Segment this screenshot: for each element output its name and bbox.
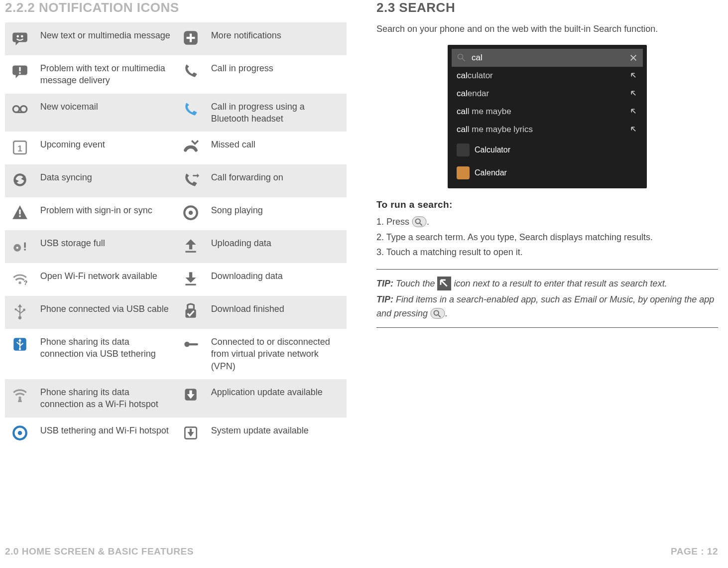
table-row: Open Wi-Fi network availableDownloading … <box>5 263 347 296</box>
open-wifi-icon <box>11 270 28 287</box>
voicemail-icon <box>11 101 28 118</box>
vpn-icon <box>182 336 199 353</box>
clear-icon <box>629 53 638 62</box>
table-row: Problem with sign-in or syncSong playing <box>5 197 347 230</box>
footer-left: 2.0 HOME SCREEN & BASIC FEATURES <box>5 546 194 557</box>
search-app-result-row: Calculator <box>452 139 643 161</box>
icon-label: Data syncing <box>35 164 176 197</box>
section-heading-left: 2.2.2 NOTIFICATION ICONS <box>5 0 347 15</box>
icon-label: Upcoming event <box>35 132 176 164</box>
icon-label: Downloading data <box>206 263 347 296</box>
bluetooth-call-icon <box>182 101 199 118</box>
search-suggestion-row: call me maybe <box>452 103 643 121</box>
upcoming-event-icon <box>11 139 28 155</box>
icon-label: Uploading data <box>206 230 347 263</box>
search-screenshot: cal calculator calendar call me maybe ca… <box>448 45 647 188</box>
subheading: To run a search: <box>376 199 718 210</box>
icon-label: Open Wi-Fi network available <box>35 263 176 296</box>
table-row: USB storage fullUploading data <box>5 230 347 263</box>
tips-block: TIP: Touch the icon next to a result to … <box>376 269 718 328</box>
usb-storage-full-icon <box>11 237 28 254</box>
usb-tethering-icon <box>11 336 28 353</box>
call-forwarding-icon <box>182 171 199 188</box>
svg-rect-67 <box>412 217 426 227</box>
step-3: 3. Touch a matching result to open it. <box>376 245 718 260</box>
data-syncing-icon <box>11 171 28 188</box>
tip-1: TIP: Touch the icon next to a result to … <box>376 277 718 291</box>
search-button-icon <box>412 216 427 228</box>
search-suggestion-row: call me maybe lyrics <box>452 121 643 139</box>
usb-connected-icon <box>11 303 28 320</box>
search-section: 2.3 SEARCH Search on your phone and on t… <box>376 0 718 548</box>
search-app-result-row: Calendar <box>452 161 643 184</box>
system-update-icon <box>182 425 199 441</box>
icon-label: Missed call <box>206 132 347 164</box>
icon-label: Connected to or disconnected from virtua… <box>206 329 347 379</box>
table-row: New text or multimedia messageMore notif… <box>5 22 347 55</box>
missed-call-icon <box>182 139 199 155</box>
calculator-app-icon <box>457 143 470 156</box>
download-finished-icon <box>182 303 199 320</box>
table-row: Phone sharing its data connection as a W… <box>5 379 347 418</box>
calendar-app-icon <box>457 166 470 179</box>
notification-icons-table: New text or multimedia messageMore notif… <box>5 22 347 450</box>
icon-label: Phone connected via USB cable <box>35 296 176 329</box>
search-icon <box>457 53 467 63</box>
search-suggestion-row: calendar <box>452 85 643 103</box>
call-in-progress-icon <box>182 62 199 79</box>
insert-query-arrow-icon <box>630 126 638 134</box>
table-row: Data syncingCall forwarding on <box>5 164 347 197</box>
sign-in-problem-icon <box>11 204 28 221</box>
wifi-hotspot-icon <box>11 386 28 403</box>
icon-label: Phone sharing its data connection via US… <box>35 329 176 379</box>
more-notifications-icon <box>182 29 199 46</box>
icon-label: Song playing <box>206 197 347 230</box>
search-button-icon <box>430 307 445 319</box>
search-steps: 1. Press . 2. Type a search term. As you… <box>376 214 718 260</box>
notification-icons-section: 2.2.2 NOTIFICATION ICONS New text or mul… <box>5 0 347 548</box>
uploading-data-icon <box>182 237 199 254</box>
step-2: 2. Type a search term. As you type, Sear… <box>376 230 718 245</box>
tip-2: TIP: Find items in a search-enabled app,… <box>376 293 718 321</box>
icon-label: Phone sharing its data connection as a W… <box>35 379 176 418</box>
tether-and-hotspot-icon <box>11 425 28 441</box>
icon-label: Problem with sign-in or sync <box>35 197 176 230</box>
icon-label: USB storage full <box>35 230 176 263</box>
icon-label: Download finished <box>206 296 347 329</box>
insert-query-arrow-icon <box>630 108 638 116</box>
icon-label: New text or multimedia message <box>35 22 176 55</box>
search-query-text: cal <box>472 53 483 63</box>
insert-query-arrow-icon <box>437 277 451 290</box>
icon-label: System update available <box>206 418 347 450</box>
song-playing-icon <box>182 204 199 221</box>
footer-right: PAGE : 12 <box>671 546 718 557</box>
table-row: Upcoming eventMissed call <box>5 132 347 164</box>
icon-label: Call forwarding on <box>206 164 347 197</box>
section-heading-right: 2.3 SEARCH <box>376 0 718 15</box>
search-intro-text: Search on your phone and on the web with… <box>376 22 718 36</box>
table-row: USB tethering and Wi-Fi hotspotSystem up… <box>5 418 347 450</box>
icon-label: USB tethering and Wi-Fi hotspot <box>35 418 176 450</box>
app-update-icon <box>182 386 199 403</box>
icon-label: Application update available <box>206 379 347 418</box>
icon-label: More notifications <box>206 22 347 55</box>
table-row: Phone connected via USB cableDownload fi… <box>5 296 347 329</box>
search-input-row: cal <box>452 49 643 67</box>
insert-query-arrow-icon <box>630 90 638 98</box>
message-problem-icon <box>11 62 28 79</box>
icon-label: Call in progress using a Bluetooth heads… <box>206 94 347 132</box>
table-row: Phone sharing its data connection via US… <box>5 329 347 379</box>
new-message-icon <box>11 29 28 46</box>
search-suggestion-row: calculator <box>452 67 643 85</box>
icon-label: Call in progress <box>206 55 347 94</box>
page-footer: 2.0 HOME SCREEN & BASIC FEATURES PAGE : … <box>5 546 718 557</box>
table-row: New voicemailCall in progress using a Bl… <box>5 94 347 132</box>
insert-query-arrow-icon <box>630 72 638 80</box>
icon-label: Problem with text or multimedia message … <box>35 55 176 94</box>
icon-label: New voicemail <box>35 94 176 132</box>
table-row: Problem with text or multimedia message … <box>5 55 347 94</box>
step-1: 1. Press . <box>376 214 718 230</box>
downloading-data-icon <box>182 270 199 287</box>
svg-rect-70 <box>431 308 445 318</box>
